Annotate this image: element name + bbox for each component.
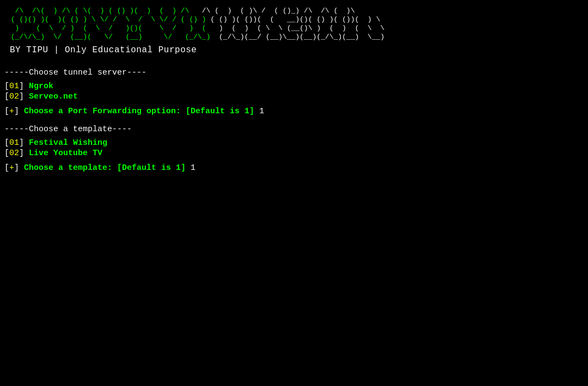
tunnel-section: -----Choose tunnel server---- [01] Ngrok… bbox=[4, 68, 584, 116]
subtitle-line: BY TIPU | Only Educational Purpose bbox=[4, 45, 584, 55]
terminal-window: /\ /\( ) /\ ( \( ) ( () )( ) ( ) /\ /\ (… bbox=[0, 0, 588, 386]
template-option-1: [01] Festival Wishing bbox=[4, 138, 584, 148]
camphish-banner: /\ /\( ) /\ ( \( ) ( () )( ) ( ) /\ /\ (… bbox=[4, 5, 584, 42]
tunnel-header: -----Choose tunnel server---- bbox=[4, 68, 584, 77]
template-prompt: [+] Choose a template: [Default is 1] 1 bbox=[4, 163, 584, 173]
template-section: -----Choose a template---- [01] Festival… bbox=[4, 125, 584, 173]
subtitle-text: BY TIPU | Only Educational Purpose bbox=[10, 45, 197, 55]
tunnel-option-2: [02] Serveo.net bbox=[4, 92, 584, 101]
tunnel-option-1: [01] Ngrok bbox=[4, 82, 584, 91]
template-option-2: [02] Live Youtube TV bbox=[4, 149, 584, 158]
template-header: -----Choose a template---- bbox=[4, 125, 584, 134]
tunnel-prompt: [+] Choose a Port Forwarding option: [De… bbox=[4, 107, 584, 116]
